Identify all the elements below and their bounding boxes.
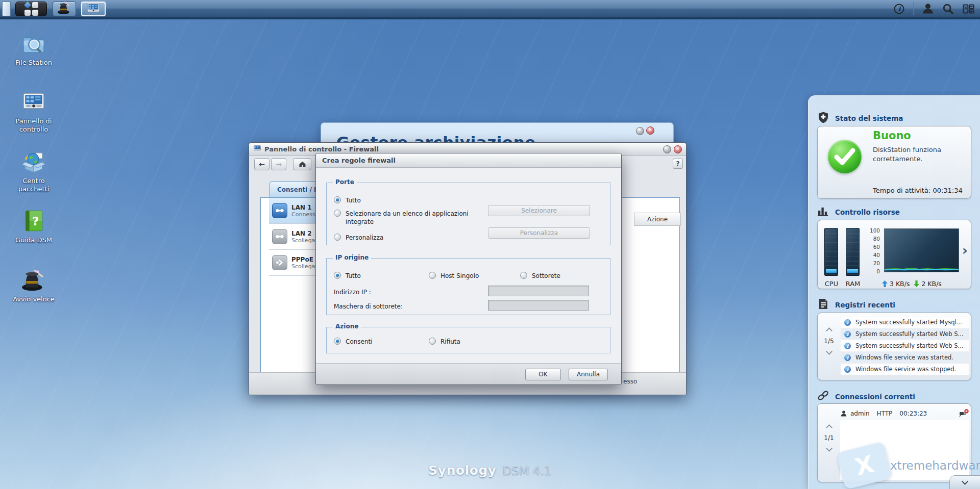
svg-text:?: ? <box>32 215 39 228</box>
log-row[interactable]: Windows file service was stopped. <box>841 364 969 375</box>
system-status-value: Buono <box>873 130 911 142</box>
dsm-branding: Synology DSM 4.1 <box>428 463 551 478</box>
back-button[interactable]: ← <box>254 158 270 170</box>
taskbar-control-panel-button[interactable] <box>81 2 106 16</box>
upload-rate: 3 KB/s <box>890 280 910 288</box>
help-button[interactable]: ? <box>673 159 683 169</box>
radio-action-deny[interactable] <box>429 338 436 345</box>
ip-address-input[interactable] <box>488 286 589 296</box>
taskbar: i <box>0 0 980 19</box>
connections-pager: 1/1 <box>821 425 837 451</box>
network-graph-axis: 100 80 60 40 20 0 <box>853 227 880 274</box>
radio-ip-all[interactable] <box>334 272 341 279</box>
page-indicator: 1/5 <box>824 338 834 345</box>
file-station-icon <box>7 31 60 56</box>
desktop-icon-label: File Station <box>7 59 60 67</box>
user-icon[interactable] <box>922 3 934 15</box>
close-button[interactable] <box>646 126 654 135</box>
minimize-button[interactable] <box>636 127 644 135</box>
taskbar-quick-launch-button[interactable] <box>53 2 76 16</box>
subnet-mask-input[interactable] <box>488 300 589 311</box>
section-legend: Azione <box>333 323 361 330</box>
main-menu-button[interactable] <box>15 2 47 16</box>
disconnect-icon[interactable] <box>959 409 969 418</box>
connection-user: admin <box>850 410 870 417</box>
expand-resource-chevron-icon[interactable]: › <box>962 243 968 258</box>
control-panel-window-icon <box>253 144 261 155</box>
widget-title: Stato del sistema <box>835 114 903 122</box>
desktop-icon-quick-start[interactable]: Avvio veloce <box>7 267 60 303</box>
watermark-text: xtremehardware.com <box>890 459 980 472</box>
desktop: i <box>0 0 980 489</box>
widget-panel-collapse-button[interactable] <box>949 475 980 489</box>
info-log-icon <box>844 331 851 338</box>
dialog-footer: OK Annulla <box>316 363 621 384</box>
customize-ports-button[interactable]: Personalizza <box>488 227 590 239</box>
svg-text:i: i <box>898 5 901 13</box>
widget-title: Connessioni correnti <box>835 393 915 401</box>
logs-pager: 1/5 <box>821 328 837 354</box>
radio-action-allow[interactable] <box>334 338 341 345</box>
desktop-icon-file-station[interactable]: File Station <box>7 31 60 67</box>
subnet-mask-label: Maschera di sottorete: <box>334 302 403 311</box>
minimize-button[interactable] <box>663 145 671 153</box>
network-traffic-graph <box>884 228 959 272</box>
lan-icon <box>272 203 287 218</box>
ok-button[interactable]: OK <box>525 369 561 380</box>
radio-label: Sottorete <box>532 272 560 280</box>
page-down-icon[interactable] <box>826 445 832 452</box>
status-ok-icon <box>828 140 862 173</box>
home-icon <box>299 161 306 168</box>
show-desktop-button[interactable] <box>2 2 11 16</box>
resource-monitor-header: Controllo risorse <box>817 205 900 219</box>
system-status-widget: Buono DiskStation funziona correttamente… <box>817 126 971 199</box>
page-down-icon[interactable] <box>826 348 832 355</box>
info-log-icon <box>844 366 851 373</box>
desktop-icon-package-center[interactable]: Centro pacchetti <box>7 149 60 194</box>
radio-label: Tutto <box>346 272 361 280</box>
resource-monitor-widget: CPU RAM 100 80 60 40 20 0 3 KB/s 2 KB <box>817 220 971 289</box>
radio-ports-custom[interactable] <box>334 234 341 241</box>
home-button[interactable] <box>293 158 311 170</box>
bar-chart-icon <box>817 205 829 219</box>
system-status-description: DiskStation funziona correttamente. <box>873 145 960 163</box>
radio-label: Consenti <box>346 338 373 346</box>
radio-ports-from-app-list[interactable] <box>334 210 341 217</box>
select-apps-button[interactable]: Selezionare <box>488 205 590 216</box>
lan-icon <box>272 229 287 244</box>
log-row[interactable]: System successfully started Web S... <box>841 328 969 340</box>
search-icon[interactable] <box>942 3 954 15</box>
page-up-icon[interactable] <box>826 424 832 431</box>
widget-title: Controllo risorse <box>835 208 900 216</box>
log-row[interactable]: System successfully started Mysql... <box>841 317 969 328</box>
radio-ports-all[interactable] <box>334 196 341 203</box>
page-indicator: 1/1 <box>824 434 834 442</box>
cpu-meter <box>824 228 838 276</box>
widgets-panel-icon[interactable] <box>962 3 975 15</box>
cpu-label: CPU <box>822 280 841 288</box>
desktop-icon-dsm-help[interactable]: ? Guida DSM <box>7 208 60 244</box>
radio-label: Host Singolo <box>440 272 479 280</box>
download-rate: 2 KB/s <box>921 280 941 288</box>
radio-ip-single-host[interactable] <box>429 272 436 279</box>
section-legend: IP origine <box>333 254 371 261</box>
radio-label: Selezionare da un elenco di applicazioni… <box>346 210 474 226</box>
cancel-button[interactable]: Annulla <box>569 369 608 380</box>
log-row[interactable]: System successfully started Web S... <box>841 340 969 351</box>
close-button[interactable] <box>674 145 682 153</box>
brand-version: DSM 4.1 <box>503 464 552 477</box>
info-log-icon <box>844 354 851 361</box>
page-up-icon[interactable] <box>826 327 832 334</box>
connection-protocol: HTTP <box>877 410 893 417</box>
create-firewall-rule-dialog: Crea regole firewall Porte Tutto Selezio… <box>315 153 622 385</box>
connection-row[interactable]: admin HTTP 00:23:23 <box>840 407 969 420</box>
desktop-icon-control-panel[interactable]: Pannello di controllo <box>7 89 60 134</box>
info-icon[interactable]: i <box>893 3 905 15</box>
column-header-azione[interactable]: Azione <box>634 213 681 226</box>
log-row[interactable]: Windows file service was started. <box>841 352 969 363</box>
control-panel-icon <box>7 89 60 115</box>
forward-button[interactable]: → <box>271 158 286 170</box>
radio-ip-subnet[interactable] <box>520 272 527 279</box>
ports-section: Porte Tutto Selezionare da un elenco di … <box>326 183 610 245</box>
dialog-titlebar[interactable]: Crea regole firewall <box>316 153 621 168</box>
